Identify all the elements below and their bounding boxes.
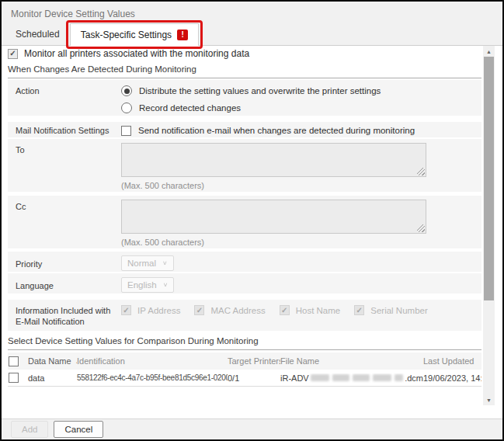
tab-task-specific-label: Task-Specific Settings bbox=[81, 30, 172, 40]
ip-address-checkbox: ✓ bbox=[121, 305, 131, 315]
action-row: Action Distribute the setting values and… bbox=[8, 80, 481, 116]
row-data-name: data bbox=[28, 373, 44, 383]
chevron-down-icon: ∨ bbox=[162, 260, 168, 266]
tab-content: ✓ Monitor all printers associated with t… bbox=[8, 47, 481, 418]
priority-label: Priority bbox=[16, 255, 121, 268]
header-identification[interactable]: Identification bbox=[77, 356, 228, 366]
priority-row: Priority Normal ∨ bbox=[8, 252, 481, 272]
send-notification-label: Send notification e-mail when changes ar… bbox=[138, 126, 415, 135]
monitor-all-printers-label: Monitor all printers associated with the… bbox=[24, 48, 249, 59]
table-row[interactable]: data 558122f6-ec4c-4a7c-b95f-bee81d5c96e… bbox=[8, 370, 481, 387]
to-max-chars-hint: (Max. 500 characters) bbox=[121, 181, 481, 190]
radio-distribute[interactable] bbox=[121, 85, 132, 96]
mac-address-checkbox: ✓ bbox=[194, 305, 204, 315]
tab-task-specific-settings[interactable]: Task-Specific Settings ! bbox=[70, 23, 199, 46]
host-name-checkbox: ✓ bbox=[280, 305, 290, 315]
to-label: To bbox=[16, 143, 121, 188]
resize-handle-icon[interactable] bbox=[417, 168, 425, 175]
redacted-text bbox=[311, 374, 329, 381]
to-row: To (Max. 500 characters) bbox=[8, 139, 481, 192]
monitor-all-printers-checkbox[interactable]: ✓ bbox=[8, 49, 18, 59]
chevron-down-icon: ∨ bbox=[163, 282, 169, 288]
mac-address-label: MAC Address bbox=[210, 306, 265, 315]
resize-handle-icon[interactable] bbox=[417, 224, 425, 232]
redacted-text bbox=[395, 374, 403, 381]
dialog-title: Monitor Device Setting Values bbox=[2, 2, 502, 23]
redacted-text bbox=[353, 374, 370, 381]
ip-address-label: IP Address bbox=[137, 306, 180, 315]
add-button: Add bbox=[11, 421, 48, 438]
scroll-down-icon[interactable]: ▼ bbox=[483, 394, 495, 405]
dialog-footer: Add Cancel bbox=[2, 418, 502, 439]
redacted-text bbox=[332, 374, 349, 381]
radio-record-changes-label: Record detected changes bbox=[139, 103, 241, 113]
language-value: English bbox=[127, 280, 157, 290]
mail-notification-label: Mail Notification Settings bbox=[16, 124, 121, 135]
cc-row: Cc (Max. 500 characters) bbox=[8, 196, 481, 248]
table-header: Data Name ▲ Identification Target Printe… bbox=[8, 352, 481, 370]
language-row: Language English ∨ bbox=[8, 273, 481, 293]
language-select: English ∨ bbox=[121, 277, 174, 293]
serial-number-label: Serial Number bbox=[370, 306, 428, 315]
row-checkbox[interactable] bbox=[9, 373, 19, 383]
priority-value: Normal bbox=[127, 259, 156, 268]
tab-bar: Scheduled Task-Specific Settings ! bbox=[2, 23, 502, 46]
tab-scheduled[interactable]: Scheduled bbox=[5, 23, 70, 45]
scrollbar-thumb[interactable] bbox=[484, 57, 494, 300]
header-file-name[interactable]: File Name bbox=[280, 356, 423, 366]
alert-badge-icon: ! bbox=[177, 30, 188, 40]
header-target-printers[interactable]: Target Printers bbox=[228, 356, 280, 366]
select-all-checkbox[interactable] bbox=[9, 356, 19, 366]
info-included-row: Information Included with E-Mail Notific… bbox=[8, 300, 481, 331]
section-changes-detected: When Changes Are Detected During Monitor… bbox=[8, 64, 481, 78]
vertical-scrollbar[interactable]: ▲ ▼ bbox=[483, 46, 495, 405]
send-notification-checkbox[interactable] bbox=[121, 126, 131, 136]
priority-select: Normal ∨ bbox=[121, 255, 174, 271]
host-name-label: Host Name bbox=[296, 306, 341, 315]
row-identification: 558122f6-ec4c-4a7c-b95f-bee81d5c96e1-020… bbox=[77, 373, 228, 382]
row-target-printers: 0/1 bbox=[228, 373, 280, 383]
redacted-text bbox=[373, 374, 391, 381]
row-file-name: iR-ADV .dcm bbox=[280, 373, 423, 383]
row-last-updated: 19/06/2023, 14:30:47 bbox=[423, 373, 481, 383]
scroll-up-icon[interactable]: ▲ bbox=[483, 46, 495, 57]
section-select-device-values: Select Device Setting Values for Compari… bbox=[8, 336, 481, 350]
info-included-label: Information Included with E-Mail Notific… bbox=[16, 304, 121, 327]
cc-max-chars-hint: (Max. 500 characters) bbox=[121, 238, 481, 247]
serial-number-checkbox: ✓ bbox=[354, 305, 364, 315]
cc-label: Cc bbox=[16, 200, 121, 245]
header-last-updated[interactable]: Last Updated bbox=[423, 356, 481, 366]
radio-record-changes[interactable] bbox=[121, 102, 132, 113]
header-data-name[interactable]: Data Name ▲ bbox=[28, 356, 77, 366]
monitor-device-setting-values-dialog: Monitor Device Setting Values Scheduled … bbox=[0, 0, 504, 441]
cancel-button[interactable]: Cancel bbox=[54, 421, 103, 438]
mail-notification-row: Mail Notification Settings Send notifica… bbox=[8, 122, 481, 137]
radio-distribute-label: Distribute the setting values and overwr… bbox=[139, 86, 381, 95]
radio-selected-dot bbox=[124, 89, 130, 94]
dialog-header: Monitor Device Setting Values Scheduled … bbox=[2, 2, 502, 46]
tab-scheduled-label: Scheduled bbox=[16, 29, 60, 40]
language-label: Language bbox=[16, 277, 121, 290]
cc-textarea bbox=[121, 200, 426, 234]
action-label: Action bbox=[16, 84, 121, 112]
to-textarea bbox=[121, 143, 426, 177]
